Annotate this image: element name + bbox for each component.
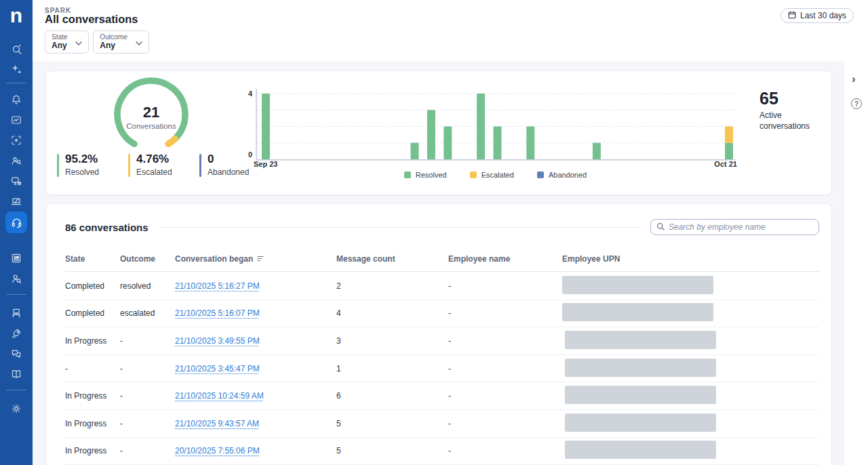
column-header-employee-upn[interactable]: Employee UPN bbox=[562, 254, 819, 264]
legend-swatch bbox=[404, 171, 411, 178]
cell-employee-name: - bbox=[448, 419, 562, 428]
conversation-began-link[interactable]: 21/10/2025 3:45:47 PM bbox=[175, 364, 260, 373]
table-row: In Progress-21/10/2025 9:43:57 AM5- bbox=[65, 410, 819, 438]
x-axis-end-label: Oct 21 bbox=[714, 160, 737, 168]
sparkles-icon[interactable] bbox=[5, 59, 27, 79]
table-row: Completedescalated21/10/2025 5:16:07 PM4… bbox=[65, 300, 819, 328]
active-conversations-label: Active conversations bbox=[760, 110, 818, 132]
stat-resolved: 95.2% Resolved bbox=[57, 153, 128, 177]
cell-employee-upn bbox=[562, 276, 819, 296]
chat-bubbles-icon[interactable] bbox=[5, 344, 27, 364]
cell-outcome: - bbox=[120, 364, 175, 373]
workstation-icon[interactable] bbox=[5, 303, 27, 323]
page-header: SPARK All conversations State Any Outcom… bbox=[33, 0, 868, 61]
conversation-began-link[interactable]: 21/10/2025 5:16:27 PM bbox=[175, 281, 260, 291]
filter-label: Outcome bbox=[100, 33, 127, 41]
legend-label: Abandoned bbox=[549, 171, 587, 179]
sort-descending-icon[interactable] bbox=[257, 254, 264, 264]
x-axis-start-label: Sep 23 bbox=[254, 160, 277, 168]
grid-apps-icon[interactable] bbox=[5, 248, 27, 268]
table-header-bar: 86 conversations bbox=[65, 219, 819, 235]
redacted-upn-value bbox=[565, 359, 716, 377]
conversation-began-link[interactable]: 20/10/2025 7:55:06 PM bbox=[175, 446, 260, 456]
search-input[interactable] bbox=[669, 222, 813, 232]
device-gear-icon[interactable] bbox=[5, 171, 27, 191]
bar-segment-resolved[interactable] bbox=[725, 143, 733, 159]
bar-segment-resolved[interactable] bbox=[262, 94, 270, 159]
cell-outcome: escalated bbox=[120, 308, 175, 318]
table-row: Completedresolved21/10/2025 5:16:27 PM2- bbox=[65, 272, 819, 300]
cell-message-count: 5 bbox=[336, 446, 448, 456]
chevron-down-icon bbox=[136, 36, 142, 48]
column-header-state[interactable]: State bbox=[65, 254, 120, 264]
scan-sparkle-icon[interactable] bbox=[5, 130, 27, 150]
bar-segment-resolved[interactable] bbox=[477, 94, 485, 159]
cell-conversation-began: 21/10/2025 5:16:27 PM bbox=[175, 281, 336, 291]
cell-employee-upn bbox=[562, 303, 819, 323]
cell-message-count: 2 bbox=[336, 281, 448, 291]
stat-label: Resolved bbox=[65, 167, 99, 177]
person-search-icon[interactable] bbox=[5, 268, 27, 289]
cell-message-count: 5 bbox=[336, 419, 448, 428]
collapse-panel-chevron-icon[interactable]: › bbox=[852, 73, 856, 85]
bar-segment-resolved[interactable] bbox=[494, 127, 502, 160]
nexthink-logo[interactable]: n bbox=[10, 3, 22, 30]
table-column-headers: State Outcome Conversation began Message… bbox=[65, 254, 819, 272]
cell-outcome: - bbox=[120, 419, 175, 428]
calendar-icon bbox=[788, 11, 796, 21]
date-range-label: Last 30 days bbox=[800, 11, 846, 20]
book-icon[interactable] bbox=[5, 364, 27, 384]
bar-segment-escalated[interactable] bbox=[725, 127, 733, 143]
settings-gear-icon[interactable] bbox=[5, 399, 27, 419]
cell-message-count: 1 bbox=[336, 364, 448, 373]
active-conversations-value: 65 bbox=[760, 89, 834, 108]
redacted-upn-value bbox=[565, 441, 716, 459]
cell-state: In Progress bbox=[65, 419, 120, 428]
dashboard-icon[interactable] bbox=[5, 110, 27, 130]
help-icon[interactable]: ? bbox=[851, 98, 862, 109]
cell-outcome: resolved bbox=[120, 281, 175, 291]
stat-color-bar bbox=[128, 154, 130, 177]
bar-segment-resolved[interactable] bbox=[443, 127, 452, 160]
bar-segment-resolved[interactable] bbox=[411, 143, 419, 159]
sidebar-divider bbox=[6, 390, 26, 390]
cell-employee-upn bbox=[562, 386, 819, 406]
legend-label: Escalated bbox=[481, 171, 514, 179]
user-group-search-icon[interactable] bbox=[5, 150, 27, 171]
rocket-icon[interactable] bbox=[5, 323, 27, 344]
column-header-outcome[interactable]: Outcome bbox=[120, 254, 175, 264]
conversation-began-link[interactable]: 21/10/2025 9:43:57 AM bbox=[175, 419, 259, 428]
outcome-filter-dropdown[interactable]: Outcome Any bbox=[93, 31, 149, 54]
bar-segment-resolved[interactable] bbox=[593, 143, 601, 159]
cell-employee-name: - bbox=[448, 308, 562, 318]
divider bbox=[159, 227, 639, 228]
ai-assist-headset-icon[interactable] bbox=[5, 211, 27, 233]
cell-state: In Progress bbox=[65, 391, 120, 401]
state-filter-dropdown[interactable]: State Any bbox=[45, 31, 89, 54]
date-range-button[interactable]: Last 30 days bbox=[781, 8, 854, 23]
redacted-upn-value bbox=[562, 303, 713, 321]
cell-employee-name: - bbox=[448, 336, 562, 346]
table-row: In Progress-21/10/2025 3:49:55 PM3- bbox=[65, 327, 819, 355]
cell-state: In Progress bbox=[65, 336, 120, 346]
bar-segment-resolved[interactable] bbox=[427, 110, 435, 159]
chart-legend: ResolvedEscalatedAbandoned bbox=[243, 171, 748, 179]
cell-employee-upn bbox=[562, 331, 819, 351]
column-header-message-count[interactable]: Message count bbox=[336, 254, 448, 264]
conversation-began-link[interactable]: 21/10/2025 5:16:07 PM bbox=[175, 308, 260, 318]
conversation-began-link[interactable]: 21/10/2025 3:49:55 PM bbox=[175, 336, 260, 346]
column-header-employee-name[interactable]: Employee name bbox=[448, 254, 562, 264]
column-header-conversation-began[interactable]: Conversation began bbox=[175, 254, 336, 264]
cell-state: - bbox=[65, 364, 120, 373]
laptop-pen-icon[interactable] bbox=[5, 191, 27, 211]
filter-label: State bbox=[52, 33, 67, 41]
stat-color-bar bbox=[57, 154, 59, 177]
conversation-began-link[interactable]: 21/10/2025 10:24:59 AM bbox=[175, 391, 264, 401]
employee-search bbox=[650, 219, 819, 235]
cell-employee-name: - bbox=[448, 281, 562, 291]
bar-segment-resolved[interactable] bbox=[526, 127, 534, 160]
amplify-search-icon[interactable] bbox=[5, 39, 27, 59]
stat-value: 4.76% bbox=[136, 153, 172, 166]
conversations-table-card: 86 conversations State Outcome Conversat… bbox=[45, 203, 832, 465]
bell-icon[interactable] bbox=[5, 89, 27, 110]
